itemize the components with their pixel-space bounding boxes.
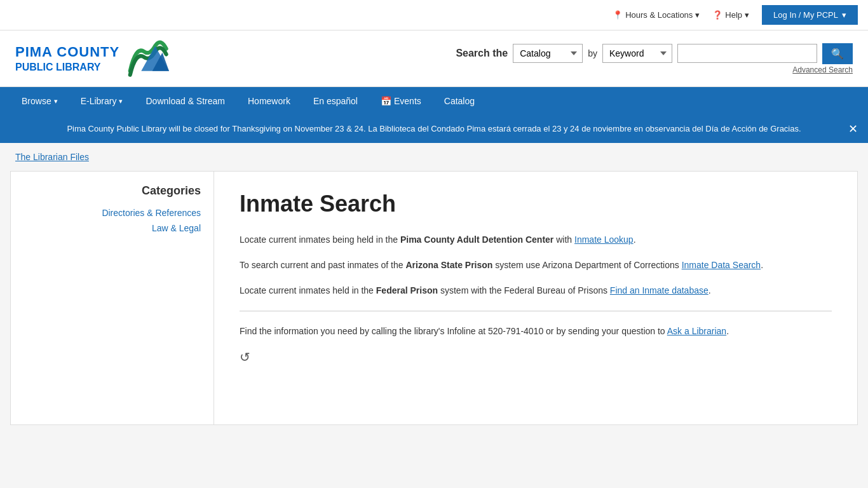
breadcrumb: The Librarian Files	[0, 143, 868, 171]
keyword-select[interactable]: Keyword	[602, 44, 672, 63]
article-para-3: Locate current inmates held in the Feder…	[240, 283, 832, 297]
calendar-icon: 📅	[381, 96, 391, 106]
content-wrapper: Categories Directories & References Law …	[10, 171, 858, 425]
logo-icon	[125, 39, 169, 78]
help-icon: ❓	[712, 10, 722, 20]
nav-catalog[interactable]: Catalog	[433, 87, 486, 115]
location-icon: 📍	[613, 10, 623, 20]
categories-title: Categories	[24, 184, 201, 198]
hours-locations-link[interactable]: 📍 Hours & Locations ▾	[613, 10, 700, 20]
find-inmate-link[interactable]: Find an Inmate database	[610, 285, 709, 295]
main-nav: Browse E-Library Download & Stream Homew…	[0, 87, 868, 115]
inmate-data-search-link[interactable]: Inmate Data Search	[682, 260, 761, 270]
logo-text: PIMA COUNTY PUBLIC LIBRARY	[15, 44, 119, 73]
search-button[interactable]: 🔍	[822, 43, 853, 64]
article-divider	[240, 311, 832, 311]
search-label: Search the	[456, 48, 508, 59]
nav-espanol[interactable]: En español	[302, 87, 369, 115]
site-header: PIMA COUNTY PUBLIC LIBRARY Search the Ca…	[0, 30, 868, 87]
sidebar-link-law[interactable]: Law & Legal	[24, 223, 201, 233]
catalog-select[interactable]: Catalog	[513, 44, 583, 63]
by-label: by	[588, 48, 597, 58]
nav-download-stream[interactable]: Download & Stream	[134, 87, 236, 115]
search-icon: 🔍	[831, 48, 844, 59]
chevron-icon: ▾	[745, 10, 749, 20]
alert-close-button[interactable]: ✕	[848, 122, 858, 136]
article-title: Inmate Search	[240, 191, 832, 217]
main-article: Inmate Search Locate current inmates bei…	[214, 172, 857, 424]
top-bar: 📍 Hours & Locations ▾ ❓ Help ▾ Log In / …	[0, 0, 868, 30]
alert-banner: Pima County Public Library will be close…	[0, 115, 868, 143]
logo-link[interactable]: PIMA COUNTY PUBLIC LIBRARY	[15, 39, 169, 78]
sidebar: Categories Directories & References Law …	[11, 172, 214, 424]
search-area: Search the Catalog by Keyword 🔍 Advanced…	[456, 43, 853, 74]
nav-events[interactable]: 📅 Events	[369, 87, 433, 115]
sidebar-link-directories[interactable]: Directories & References	[24, 208, 201, 218]
nav-homework[interactable]: Homework	[236, 87, 302, 115]
help-link[interactable]: ❓ Help ▾	[712, 10, 749, 20]
inmate-lookup-link[interactable]: Inmate Lookup	[574, 234, 634, 245]
article-para-2: To search current and past inmates of th…	[240, 258, 832, 272]
nav-browse[interactable]: Browse	[10, 87, 69, 115]
article-para-1: Locate current inmates being held in the…	[240, 233, 832, 247]
nav-elibrary[interactable]: E-Library	[69, 87, 135, 115]
chevron-icon: ▾	[842, 10, 846, 20]
breadcrumb-link[interactable]: The Librarian Files	[15, 152, 89, 162]
article-para-4: Find the information you need by calling…	[240, 324, 832, 338]
login-button[interactable]: Log In / My PCPL ▾	[762, 5, 858, 25]
search-input[interactable]	[677, 44, 817, 63]
share-button[interactable]: ↺	[240, 349, 832, 365]
chevron-icon: ▾	[695, 10, 700, 20]
advanced-search-link[interactable]: Advanced Search	[456, 65, 853, 74]
ask-librarian-link[interactable]: Ask a Librarian	[667, 326, 726, 336]
